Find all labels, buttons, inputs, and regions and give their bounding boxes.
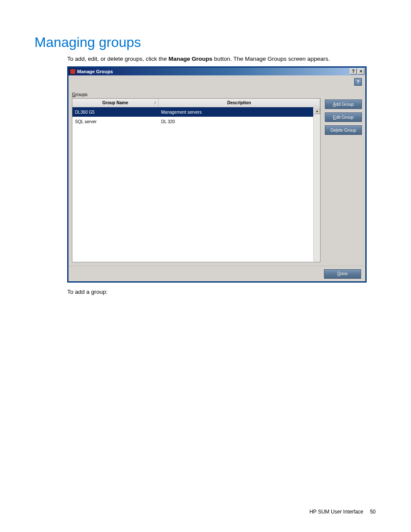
table-header: Group Name / Description	[72, 99, 320, 107]
titlebar-close-button[interactable]: ×	[358, 68, 364, 75]
cell-group-name: DL360 G5	[72, 110, 159, 115]
sidebar-buttons: Add Group Edit Group Delete Group	[325, 92, 362, 262]
titlebar-help-button[interactable]: ?	[350, 68, 357, 75]
sort-indicator-icon: /	[154, 101, 156, 105]
dialog-title: Manage Groups	[77, 69, 113, 74]
dialog-footer: Done	[68, 266, 365, 281]
vertical-scrollbar[interactable]: ▴	[313, 107, 320, 262]
footer-label: HP SUM User Interface	[309, 509, 363, 515]
edit-group-button[interactable]: Edit Group	[325, 112, 362, 122]
post-text: To add a group:	[67, 289, 377, 295]
dialog-body: ? Groups Group Name / Description	[68, 75, 365, 266]
groups-label: Groups	[72, 92, 321, 97]
screenshot-figure: Manage Groups ? × ? Groups Group N	[67, 66, 377, 283]
app-icon	[70, 69, 75, 74]
cell-description: DL 320	[159, 119, 313, 124]
table-row[interactable]: DL360 G5 Management servers	[72, 107, 313, 117]
done-button[interactable]: Done	[324, 269, 361, 279]
cell-group-name: SQL server	[72, 119, 159, 124]
col-description[interactable]: Description	[159, 99, 320, 107]
dialog-titlebar: Manage Groups ? ×	[68, 68, 365, 75]
table-row[interactable]: SQL server DL 320	[72, 117, 313, 126]
intro-prefix: To add, edit, or delete groups, click th…	[67, 56, 168, 62]
page-heading: Managing groups	[34, 34, 377, 50]
delete-group-button[interactable]: Delete Group	[325, 125, 362, 135]
intro-suffix: button. The Manage Groups screen appears…	[212, 56, 330, 62]
page-number: 50	[370, 509, 376, 515]
manage-groups-dialog: Manage Groups ? × ? Groups Group N	[67, 66, 367, 283]
body-help-button[interactable]: ?	[354, 78, 362, 86]
intro-bold: Manage Groups	[168, 56, 212, 62]
col-group-name[interactable]: Group Name /	[72, 99, 159, 107]
intro-text: To add, edit, or delete groups, click th…	[67, 56, 377, 62]
groups-table: Group Name / Description DL	[72, 98, 321, 262]
add-group-button[interactable]: Add Group	[325, 100, 362, 109]
scroll-up-arrow-icon[interactable]: ▴	[314, 107, 320, 114]
page-footer: HP SUM User Interface 50	[309, 509, 376, 515]
cell-description: Management servers	[159, 110, 313, 115]
